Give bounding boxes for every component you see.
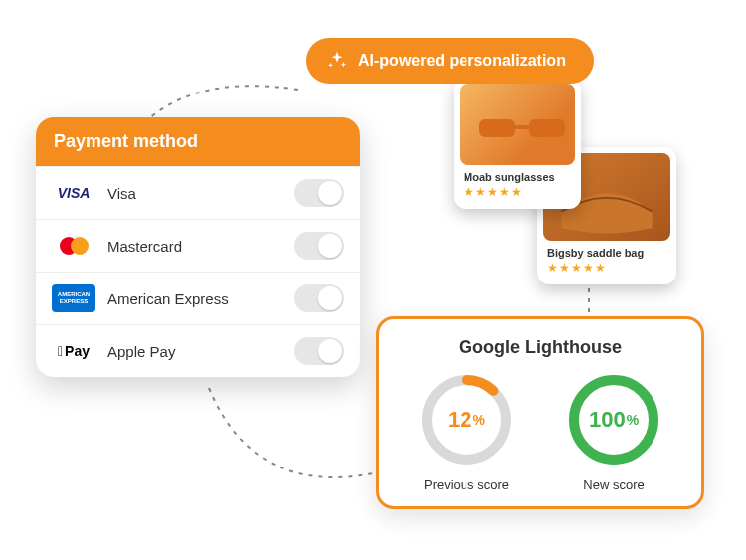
lighthouse-previous: 12% Previous score: [417, 370, 516, 492]
star-icon: ★: [464, 185, 474, 199]
toggle-visa[interactable]: [294, 179, 344, 207]
payment-row-visa: VISA Visa: [36, 166, 360, 219]
star-icon: ★: [475, 185, 486, 199]
svg-rect-0: [479, 119, 515, 137]
payment-method-title: Payment method: [36, 117, 360, 166]
svg-rect-1: [529, 119, 565, 137]
star-icon: ★: [547, 261, 558, 275]
payment-method-card: Payment method VISA Visa Mastercard AMER…: [36, 117, 360, 377]
payment-name: Apple Pay: [107, 343, 282, 360]
toggle-mastercard[interactable]: [294, 232, 344, 260]
star-icon: ★: [499, 185, 510, 199]
toggle-amex[interactable]: [294, 284, 344, 312]
rating-stars: ★ ★ ★ ★ ★: [543, 261, 670, 279]
previous-score-label: Previous score: [424, 477, 509, 492]
svg-rect-2: [515, 125, 529, 129]
percent-icon: %: [627, 412, 639, 428]
previous-score-value: 12: [448, 407, 471, 433]
product-name: Bigsby saddle bag: [543, 241, 670, 261]
applepay-icon: Pay: [52, 337, 95, 365]
sunglasses-icon: [477, 113, 567, 143]
product-thumb: [460, 84, 575, 165]
rating-stars: ★ ★ ★ ★ ★: [460, 185, 575, 203]
sparkle-icon: [326, 50, 348, 72]
star-icon: ★: [571, 261, 582, 275]
amex-icon: AMERICANEXPRESS: [52, 284, 95, 312]
lighthouse-title: Google Lighthouse: [393, 337, 687, 358]
lighthouse-card: Google Lighthouse 12% Previous score: [376, 316, 704, 509]
lighthouse-new: 100% New score: [564, 370, 663, 492]
apple-icon: : [58, 343, 63, 359]
star-icon: ★: [559, 261, 570, 275]
star-icon: ★: [511, 185, 522, 199]
payment-name: Visa: [107, 185, 282, 202]
toggle-applepay[interactable]: [294, 337, 344, 365]
payment-name: American Express: [107, 290, 282, 307]
payment-row-mastercard: Mastercard: [36, 219, 360, 272]
visa-icon: VISA: [52, 179, 95, 207]
star-icon: ★: [595, 261, 606, 275]
payment-row-amex: AMERICANEXPRESS American Express: [36, 272, 360, 324]
mastercard-icon: [52, 232, 95, 260]
percent-icon: %: [473, 412, 485, 428]
previous-score-ring: 12%: [417, 370, 516, 469]
new-score-ring: 100%: [564, 370, 663, 469]
payment-row-applepay: Pay Apple Pay: [36, 324, 360, 377]
new-score-value: 100: [589, 407, 626, 433]
star-icon: ★: [583, 261, 594, 275]
ai-pill-label: AI-powered personalization: [358, 52, 566, 70]
ai-personalization-pill: AI-powered personalization: [306, 38, 594, 84]
star-icon: ★: [487, 185, 498, 199]
new-score-label: New score: [583, 477, 644, 492]
payment-name: Mastercard: [107, 238, 282, 255]
product-card-sunglasses[interactable]: Moab sunglasses ★ ★ ★ ★ ★: [454, 78, 581, 209]
product-name: Moab sunglasses: [460, 165, 575, 185]
